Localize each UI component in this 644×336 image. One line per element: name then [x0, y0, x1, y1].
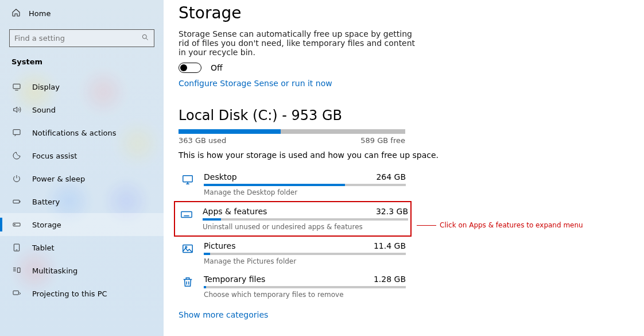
search-box[interactable]: [9, 29, 154, 47]
sidebar-item-projecting[interactable]: Projecting to this PC: [0, 282, 164, 305]
annotation-text: Click on Apps & features to expand menu: [440, 221, 583, 229]
sidebar-item-label: Display: [32, 83, 60, 91]
category-size: 32.3 GB: [376, 207, 408, 216]
power-icon: [11, 174, 22, 183]
category-size: 11.4 GB: [374, 241, 406, 250]
toggle-state-label: Off: [211, 63, 223, 72]
multitasking-icon: [11, 266, 22, 275]
search-input[interactable]: [14, 34, 141, 43]
page-title: Storage: [179, 3, 644, 22]
home-button[interactable]: Home: [0, 0, 164, 27]
keyboard-icon: [179, 208, 195, 231]
picture-icon: [180, 242, 196, 265]
show-more-categories-link[interactable]: Show more categories: [179, 310, 268, 319]
section-title: System: [0, 55, 164, 73]
sidebar-item-label: Notifications & actions: [32, 129, 117, 137]
storage-sense-description: Storage Sense can automatically free up …: [179, 29, 420, 57]
sidebar-item-label: Projecting to this PC: [32, 289, 107, 298]
sidebar-item-label: Focus assist: [32, 152, 77, 160]
svg-rect-8: [183, 176, 193, 182]
sidebar-item-label: Battery: [32, 198, 60, 206]
svg-rect-3: [13, 200, 20, 203]
category-bar: [204, 286, 406, 288]
sidebar-menu: Display Sound Notifications & actions Fo…: [0, 73, 164, 305]
configure-storage-sense-link[interactable]: Configure Storage Sense or run it now: [179, 79, 332, 88]
category-name: Temporary files: [204, 275, 265, 284]
disk-used-fill: [179, 129, 281, 134]
category-sub: Uninstall unused or undesired apps & fea…: [203, 223, 408, 231]
svg-rect-9: [181, 211, 192, 217]
home-label: Home: [29, 9, 51, 18]
category-item-apps-features[interactable]: Apps & features32.3 GBUninstall unused o…: [174, 201, 412, 237]
category-name: Desktop: [204, 172, 237, 181]
free-label: 589 GB free: [360, 136, 405, 145]
sidebar-item-label: Multitasking: [32, 267, 77, 275]
tablet-icon: [11, 243, 22, 252]
sidebar-item-tablet[interactable]: Tablet: [0, 236, 164, 259]
category-item-desktop[interactable]: Desktop264 GBManage the Desktop folder: [179, 168, 408, 201]
storage-icon: [11, 220, 22, 229]
category-size: 1.28 GB: [374, 275, 406, 284]
trash-icon: [180, 276, 196, 299]
monitor-icon: [180, 173, 196, 196]
svg-rect-7: [13, 291, 18, 295]
search-icon: [141, 33, 149, 43]
storage-how-text: This is how your storage is used and how…: [179, 150, 644, 160]
sidebar-item-label: Sound: [32, 106, 56, 114]
svg-point-0: [142, 34, 146, 38]
sound-icon: [11, 105, 22, 114]
tutorial-annotation: Click on Apps & features to expand menu: [417, 221, 583, 229]
home-icon: [11, 8, 21, 19]
category-sub: Manage the Desktop folder: [204, 188, 406, 196]
category-bar: [204, 184, 406, 186]
category-name: Pictures: [204, 241, 235, 250]
annotation-line: [417, 225, 436, 226]
disk-heading: Local Disk (C:) - 953 GB: [179, 107, 644, 123]
main-content: Storage Storage Sense can automatically …: [164, 0, 644, 336]
sidebar-item-battery[interactable]: Battery: [0, 190, 164, 213]
svg-point-11: [185, 246, 187, 248]
display-icon: [11, 82, 22, 91]
sidebar-item-label: Storage: [32, 221, 61, 229]
category-list: Desktop264 GBManage the Desktop folderAp…: [179, 168, 644, 303]
sidebar-item-focus-assist[interactable]: Focus assist: [0, 144, 164, 167]
sidebar-item-label: Power & sleep: [32, 175, 85, 183]
focus-assist-icon: [11, 151, 22, 160]
sidebar-item-notifications[interactable]: Notifications & actions: [0, 121, 164, 144]
svg-point-5: [14, 224, 15, 225]
category-size: 264 GB: [376, 172, 406, 181]
projecting-icon: [11, 289, 22, 298]
category-bar: [203, 218, 408, 221]
battery-icon: [11, 197, 22, 206]
notifications-icon: [11, 128, 22, 137]
svg-rect-2: [13, 130, 20, 135]
category-name: Apps & features: [203, 207, 267, 216]
sidebar-item-multitasking[interactable]: Multitasking: [0, 259, 164, 282]
category-item-temporary-files[interactable]: Temporary files1.28 GBChoose which tempo…: [179, 270, 408, 303]
sidebar-item-display[interactable]: Display: [0, 75, 164, 98]
sidebar-item-power[interactable]: Power & sleep: [0, 167, 164, 190]
used-label: 363 GB used: [179, 136, 226, 145]
storage-sense-toggle[interactable]: [179, 63, 201, 73]
category-bar: [204, 253, 406, 255]
category-item-pictures[interactable]: Pictures11.4 GBManage the Pictures folde…: [179, 237, 408, 270]
category-sub: Manage the Pictures folder: [204, 257, 406, 265]
settings-sidebar: Home System Display Sound Notifications …: [0, 0, 164, 336]
category-sub: Choose which temporary files to remove: [204, 291, 406, 299]
sidebar-item-sound[interactable]: Sound: [0, 98, 164, 121]
disk-usage-bar: [179, 129, 405, 134]
sidebar-item-label: Tablet: [32, 244, 55, 252]
svg-rect-1: [13, 84, 20, 88]
sidebar-item-storage[interactable]: Storage: [0, 213, 164, 236]
